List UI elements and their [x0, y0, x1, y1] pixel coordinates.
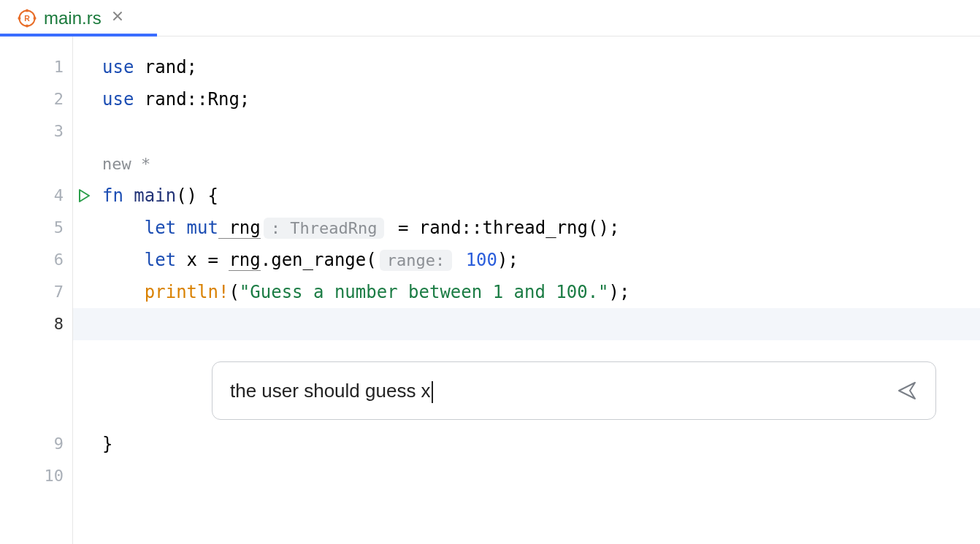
- code-text: );: [609, 282, 630, 302]
- code-text: () {: [176, 185, 218, 206]
- line-number[interactable]: 8: [0, 308, 72, 340]
- gutter: 1 2 3 4 5 6 7 8 9 10: [0, 37, 73, 544]
- keyword: let mut: [102, 218, 218, 238]
- inlay-hint: : ThreadRng: [264, 218, 385, 239]
- close-tab-button[interactable]: [109, 7, 126, 28]
- send-icon[interactable]: [896, 380, 918, 402]
- function-name: main: [123, 185, 176, 206]
- gutter-spacer: [0, 340, 72, 428]
- svg-point-1: [26, 9, 28, 11]
- string-literal: "Guess a number between 1 and 100.": [240, 282, 609, 302]
- rust-icon: R: [18, 9, 37, 28]
- code-line[interactable]: use rand;: [102, 51, 980, 83]
- line-number[interactable]: 4: [0, 180, 72, 212]
- line-number[interactable]: 10: [0, 460, 72, 492]
- app-root: R main.rs 1 2 3 4 5 6 7: [0, 0, 980, 544]
- macro: println!: [102, 282, 229, 302]
- code-lens-text: new *: [102, 155, 150, 173]
- code-line[interactable]: use rand::Rng;: [102, 83, 980, 115]
- code-text: rand;: [134, 57, 197, 77]
- code-text: );: [497, 250, 518, 270]
- code-line[interactable]: println!("Guess a number between 1 and 1…: [102, 276, 980, 308]
- ai-prompt-input[interactable]: the user should guess x: [230, 375, 896, 407]
- line-number[interactable]: 9: [0, 428, 72, 460]
- tab-bar: R main.rs: [0, 0, 980, 37]
- line-number-text: 4: [54, 180, 64, 212]
- text-cursor: [432, 381, 433, 403]
- line-number[interactable]: 1: [0, 51, 72, 83]
- variable: rng: [229, 250, 260, 271]
- line-number[interactable]: [0, 148, 72, 180]
- line-number[interactable]: 7: [0, 276, 72, 308]
- code-text: x =: [176, 250, 229, 270]
- code-line[interactable]: fn main() {: [102, 180, 980, 212]
- code-line[interactable]: [102, 115, 980, 148]
- ai-prompt-text: the user should guess x: [230, 380, 431, 402]
- code-lens[interactable]: new *: [102, 148, 980, 180]
- svg-point-3: [18, 17, 20, 18]
- ai-prompt-box[interactable]: the user should guess x: [212, 361, 936, 420]
- code-line-current[interactable]: [73, 308, 980, 340]
- svg-point-2: [26, 25, 28, 26]
- line-number[interactable]: 2: [0, 83, 72, 115]
- number-literal: 100: [455, 250, 497, 270]
- keyword: let: [102, 250, 176, 270]
- tab-filename: main.rs: [44, 8, 102, 28]
- variable: rng: [218, 218, 261, 239]
- code-line[interactable]: [102, 460, 980, 492]
- svg-point-4: [34, 17, 35, 18]
- code-area[interactable]: use rand; use rand::Rng; new * fn main()…: [73, 37, 980, 544]
- inlay-hint: range:: [380, 250, 452, 271]
- code-text: }: [102, 434, 112, 454]
- code-text: .gen_range(: [261, 250, 377, 270]
- code-text: (: [229, 282, 239, 302]
- code-text: rand::Rng;: [134, 89, 250, 110]
- keyword: use: [102, 57, 134, 77]
- line-number[interactable]: 6: [0, 244, 72, 276]
- line-number[interactable]: 5: [0, 212, 72, 244]
- code-line[interactable]: let x = rng.gen_range(range: 100);: [102, 244, 980, 276]
- ai-prompt-container: the user should guess x: [212, 361, 936, 420]
- code-line[interactable]: }: [102, 428, 980, 460]
- code-text: = rand::thread_rng();: [387, 218, 619, 238]
- code-line[interactable]: let mut rng: ThreadRng = rand::thread_rn…: [102, 212, 980, 244]
- line-number[interactable]: 3: [0, 115, 72, 148]
- file-tab[interactable]: R main.rs: [0, 0, 139, 36]
- keyword: fn: [102, 185, 123, 206]
- keyword: use: [102, 89, 134, 110]
- svg-text:R: R: [24, 14, 30, 23]
- editor: 1 2 3 4 5 6 7 8 9 10 use rand; use rand:…: [0, 37, 980, 544]
